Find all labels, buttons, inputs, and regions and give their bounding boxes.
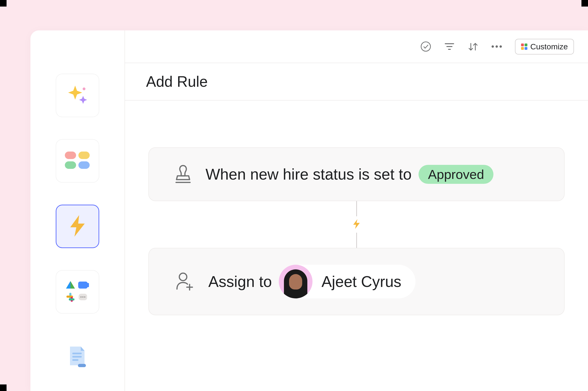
svg-point-19 — [421, 42, 431, 51]
customize-button-label: Customize — [530, 42, 568, 51]
svg-rect-2 — [78, 152, 90, 159]
decorative-corner — [0, 385, 6, 391]
svg-rect-6 — [86, 283, 89, 287]
action-label: Assign to — [208, 273, 272, 291]
action-text-row: Assign to Ajeet Cyrus — [208, 265, 416, 298]
svg-rect-4 — [78, 161, 90, 169]
trigger-status-pill[interactable]: Approved — [419, 165, 493, 184]
action-card[interactable]: Assign to Ajeet Cyrus — [148, 248, 565, 315]
sidebar-item-apps[interactable] — [56, 270, 99, 314]
svg-point-25 — [499, 45, 502, 48]
apps-integrations-icon — [65, 280, 90, 304]
avatar — [279, 265, 312, 298]
assignee-name: Ajeet Cyrus — [321, 273, 401, 291]
trigger-text: When new hire status is set to — [205, 165, 412, 183]
decorative-corner — [582, 0, 588, 6]
svg-rect-10 — [69, 298, 74, 300]
svg-point-27 — [179, 273, 187, 281]
sort-icon[interactable] — [468, 41, 478, 52]
svg-point-23 — [492, 45, 494, 48]
more-icon[interactable] — [491, 41, 502, 52]
app-frame: Customize Add Rule When new hire status … — [30, 30, 588, 391]
toolbar: Customize — [125, 30, 588, 63]
assign-person-icon — [175, 271, 194, 292]
assignee-chip[interactable]: Ajeet Cyrus — [279, 265, 415, 298]
document-icon — [68, 346, 87, 369]
sidebar — [30, 30, 125, 391]
svg-point-13 — [82, 296, 84, 298]
sidebar-item-status-dots[interactable] — [56, 139, 99, 183]
sparkles-icon — [66, 83, 89, 107]
main-panel: Customize Add Rule When new hire status … — [125, 30, 588, 391]
customize-button[interactable]: Customize — [515, 39, 574, 55]
sidebar-item-sparkles[interactable] — [56, 74, 99, 117]
svg-rect-17 — [72, 359, 78, 361]
decorative-corner — [0, 0, 6, 6]
bolt-icon — [67, 214, 88, 239]
trigger-card[interactable]: When new hire status is set to Approved — [148, 147, 565, 201]
svg-rect-18 — [78, 364, 86, 367]
sidebar-item-documents[interactable] — [56, 336, 99, 379]
check-circle-icon[interactable] — [420, 41, 431, 52]
sidebar-item-rules[interactable] — [56, 205, 99, 248]
status-dots-icon — [65, 151, 90, 171]
connector-bolt-icon — [350, 216, 363, 233]
trigger-text-row: When new hire status is set to Approved — [205, 165, 493, 184]
rule-connector — [148, 201, 565, 248]
svg-rect-3 — [65, 161, 76, 169]
svg-point-0 — [83, 88, 85, 90]
svg-point-24 — [496, 45, 498, 48]
page-title: Add Rule — [146, 73, 567, 90]
stamp-icon — [175, 164, 191, 184]
rule-canvas: When new hire status is set to Approved — [125, 100, 588, 391]
svg-point-14 — [84, 296, 85, 298]
customize-grid-icon — [521, 43, 527, 50]
svg-rect-16 — [72, 356, 82, 358]
page-header: Add Rule — [125, 63, 588, 100]
svg-rect-1 — [65, 152, 76, 159]
svg-point-12 — [80, 296, 82, 298]
svg-rect-15 — [72, 353, 82, 354]
filter-icon[interactable] — [444, 41, 455, 52]
